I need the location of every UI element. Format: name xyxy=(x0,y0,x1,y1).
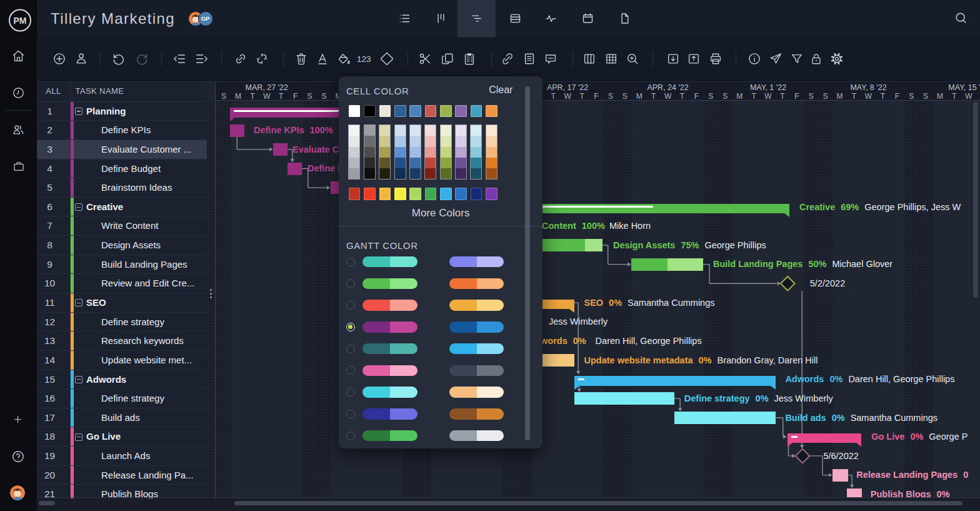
svg-text:PM: PM xyxy=(14,16,27,26)
